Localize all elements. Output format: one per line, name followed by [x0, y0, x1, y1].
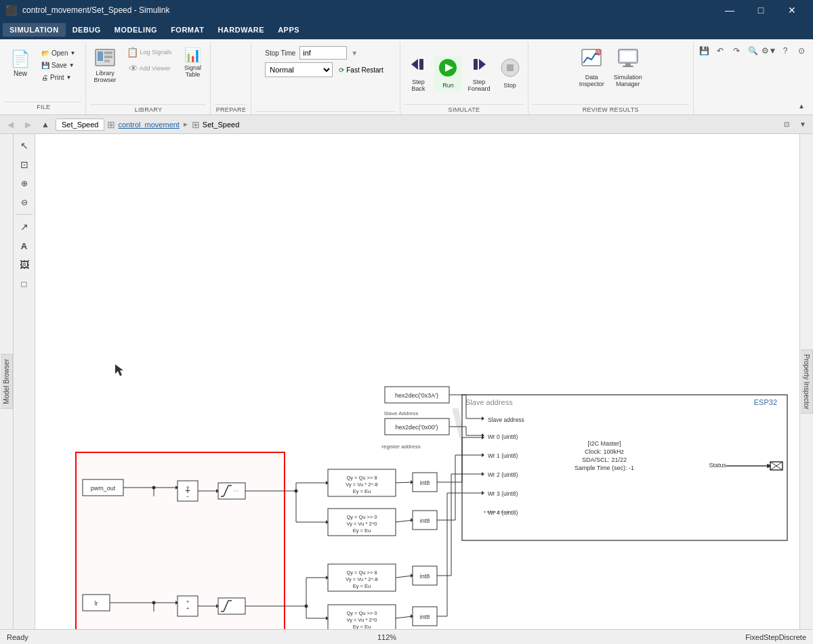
svg-marker-86	[767, 464, 774, 468]
menu-hardware[interactable]: HARDWARE	[211, 23, 271, 37]
close-button[interactable]: ✕	[776, 0, 808, 20]
svg-rect-66	[413, 607, 437, 626]
tool-zoom-in[interactable]: ⊕	[16, 175, 33, 192]
svg-text:Slave Address: Slave Address	[383, 410, 418, 416]
simulate-group-label: SIMULATE	[404, 104, 523, 114]
canvas-area[interactable]: Waiting 2 ESP32 Slave address pwm_out + …	[35, 134, 799, 629]
svg-line-89	[770, 462, 783, 470]
print-button[interactable]: 🖨 Print ▼	[37, 72, 81, 83]
svg-marker-105	[482, 453, 484, 457]
new-button[interactable]: 📄 New	[5, 47, 35, 79]
model-child-icon: ⊞	[192, 119, 200, 130]
svg-rect-37	[178, 596, 198, 616]
svg-text:pwm_out: pwm_out	[91, 485, 116, 492]
svg-text:Wr 4 (uint8): Wr 4 (uint8)	[488, 509, 518, 516]
svg-marker-119	[411, 574, 413, 578]
ribbon-settings-dropdown[interactable]: ⚙▼	[762, 43, 776, 58]
ribbon-help-icon[interactable]: ?	[778, 43, 793, 58]
stop-button[interactable]: Stop	[497, 56, 524, 91]
nav-expand-button[interactable]: ⊡	[779, 117, 794, 132]
nav-tools-right: ⊡ ▼	[779, 117, 810, 132]
status-mode: FixedStepDiscrete	[745, 633, 806, 641]
ribbon-search-icon[interactable]: 🔍	[745, 43, 760, 58]
data-inspector-button[interactable]: DataInspector	[576, 45, 608, 89]
svg-line-42	[224, 601, 228, 611]
ribbon-collapse-button[interactable]: ▲	[794, 98, 809, 113]
step-back-button[interactable]: StepBack	[404, 53, 432, 94]
svg-rect-18	[623, 66, 633, 67]
nav-up-button[interactable]: ▲	[38, 117, 53, 132]
run-label: Run	[442, 82, 454, 89]
run-button[interactable]: Run	[434, 56, 461, 91]
tool-image[interactable]: 🖼	[16, 256, 33, 274]
svg-text:Qy = Qu >> 0: Qy = Qu >> 0	[346, 514, 377, 520]
add-viewer-button[interactable]: 👁 Add Viewer	[122, 61, 176, 76]
window-title: control_movement/Set_Speed - Simulink	[22, 5, 169, 15]
svg-line-118	[396, 576, 413, 578]
svg-text:Qy = Qu >> 8: Qy = Qu >> 8	[346, 570, 377, 576]
tool-divider	[15, 214, 33, 215]
log-signals-button[interactable]: 📋 Log Signals	[122, 45, 176, 60]
svg-text:int8: int8	[420, 614, 430, 620]
svg-line-32	[224, 486, 228, 496]
maximize-button[interactable]: □	[745, 0, 776, 20]
breadcrumb-child: Set_Speed	[203, 121, 239, 129]
tool-rect[interactable]: □	[16, 275, 33, 293]
nav-back-button[interactable]: ◀	[3, 117, 18, 132]
step-forward-button[interactable]: StepForward	[464, 53, 493, 94]
ribbon-redo-icon[interactable]: ↷	[729, 43, 744, 58]
svg-text:+: +	[186, 605, 190, 611]
svg-text:int8: int8	[420, 517, 430, 524]
nav-dropdown-button[interactable]: ▼	[795, 117, 810, 132]
menu-modeling[interactable]: MODELING	[108, 23, 164, 37]
nav-forward-button[interactable]: ▶	[20, 117, 35, 132]
simulation-mode-select[interactable]: Normal Accelerator Rapid Accelerator	[265, 62, 333, 77]
svg-marker-101	[482, 435, 484, 439]
ribbon-group-review: DataInspector SimulationManager REVIEW R…	[528, 42, 694, 114]
ribbon-save-icon[interactable]: 💾	[696, 43, 711, 58]
titlebar: ⬛ control_movement/Set_Speed - Simulink …	[0, 0, 813, 20]
sim-manager-label: SimulationManager	[614, 74, 642, 87]
svg-text:Vy = Vu * 2^-8: Vy = Vu * 2^-8	[346, 576, 377, 582]
stop-time-input[interactable]	[299, 46, 347, 60]
svg-line-120	[396, 616, 413, 618]
svg-marker-9	[479, 59, 486, 70]
svg-rect-70	[385, 418, 449, 435]
svg-text:Ey = Eu: Ey = Eu	[353, 488, 371, 494]
right-panel: Property Inspector	[799, 134, 813, 629]
tool-zoom-out[interactable]: ⊖	[16, 194, 33, 211]
menu-apps[interactable]: APPS	[271, 23, 306, 37]
svg-rect-6	[419, 59, 423, 70]
simulate-top-row: Stop Time ▼	[265, 45, 358, 61]
save-button[interactable]: 💾 Save ▼	[37, 60, 81, 71]
svg-marker-5	[411, 59, 418, 70]
svg-rect-48	[413, 473, 437, 492]
statusbar: Ready 112% FixedStepDiscrete	[0, 629, 813, 644]
open-button[interactable]: 📂 Open ▼	[37, 47, 81, 59]
menu-format[interactable]: FORMAT	[164, 23, 211, 37]
tool-arrow[interactable]: ↗	[16, 218, 33, 236]
ribbon-undo-icon[interactable]: ↶	[713, 43, 728, 58]
tab-title: Set_Speed	[56, 119, 104, 131]
tool-text[interactable]: A	[16, 237, 33, 255]
model-browser-tab[interactable]: Model Browser	[1, 354, 13, 409]
ribbon-collapse-area: ▲	[696, 98, 809, 113]
svg-rect-10	[474, 59, 478, 70]
svg-rect-87	[770, 462, 783, 470]
fast-restart-button[interactable]: ⟳ Fast Restart	[335, 65, 386, 75]
library-browser-button[interactable]: LibraryBrowser	[90, 45, 119, 85]
svg-marker-93	[482, 416, 484, 421]
breadcrumb-root[interactable]: control_movement	[118, 121, 180, 129]
svg-marker-128	[326, 520, 329, 524]
tool-pointer[interactable]: ↖	[16, 137, 33, 154]
sim-manager-button[interactable]: SimulationManager	[610, 45, 646, 89]
signal-table-button[interactable]: 📊 SignalTable	[179, 45, 206, 80]
ribbon-more-icon[interactable]: ⊙	[794, 43, 809, 58]
svg-text:Clock: 100kHz: Clock: 100kHz	[585, 448, 625, 455]
svg-marker-121	[411, 614, 413, 618]
menu-debug[interactable]: DEBUG	[66, 23, 108, 37]
menu-simulation[interactable]: SIMULATION	[3, 23, 66, 37]
minimize-button[interactable]: —	[714, 0, 745, 20]
property-inspector-tab[interactable]: Property Inspector	[801, 349, 813, 414]
tool-zoom-fit[interactable]: ⊡	[16, 156, 33, 173]
